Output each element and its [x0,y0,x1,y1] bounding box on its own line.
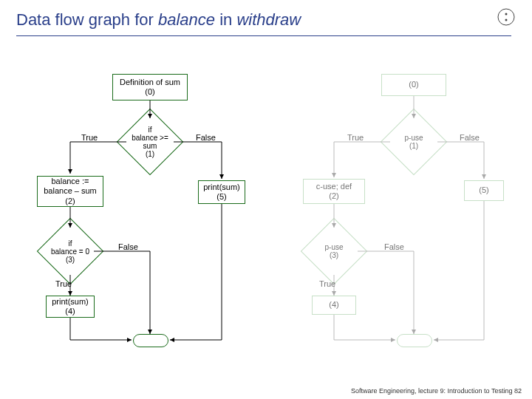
right-node-2: c-use; def (2) [303,179,365,204]
right-false-1-label: False [460,133,480,142]
globe-icon [497,7,516,27]
left-true-3-label: True [55,279,72,288]
flowchart-diagram: Definition of sum (0) if balance >= sum … [0,59,532,369]
left-node-0: Definition of sum (0) [112,74,188,100]
right-node-0: (0) [381,74,446,96]
left-true-1-label: True [81,133,98,142]
svg-point-2 [505,19,508,21]
left-decision-3: if balance = 0 (3) [47,228,94,275]
left-false-1-label: False [196,133,216,142]
right-decision-3: p-use (3) [310,228,358,275]
right-false-3-label: False [384,242,404,251]
title-part2: balance [158,10,215,29]
right-decision-1: p-use (1) [390,118,437,166]
right-merge-pill [397,334,432,347]
svg-point-1 [505,13,508,16]
footer-text: Software Engineering, lecture 9: Introdu… [351,387,522,395]
title-part3: in [215,10,236,29]
left-decision-3-text: if balance = 0 (3) [51,239,89,264]
left-node-4: print(sum) (4) [46,296,95,318]
right-decision-3-text: p-use (3) [324,243,343,259]
right-true-1-label: True [347,133,364,142]
left-node-5: print(sum) (5) [198,180,245,204]
left-merge-pill [133,334,168,347]
svg-point-0 [498,9,514,25]
arrows-layer [0,59,532,369]
left-decision-1-text: if balance >= sum (1) [132,126,168,158]
title-part1: Data flow graph for [16,10,158,29]
title-underline [16,35,511,36]
left-decision-1: if balance >= sum (1) [126,118,174,166]
right-decision-1-text: p-use (1) [404,134,423,150]
right-node-5: (5) [464,180,504,201]
right-true-3-label: True [319,279,335,288]
title-part4: withdraw [236,10,301,29]
right-node-4: (4) [312,296,356,315]
left-node-2: balance := balance – sum (2) [37,176,103,207]
slide-title: Data flow graph for balance in withdraw [16,10,301,30]
left-false-3-label: False [118,242,138,251]
